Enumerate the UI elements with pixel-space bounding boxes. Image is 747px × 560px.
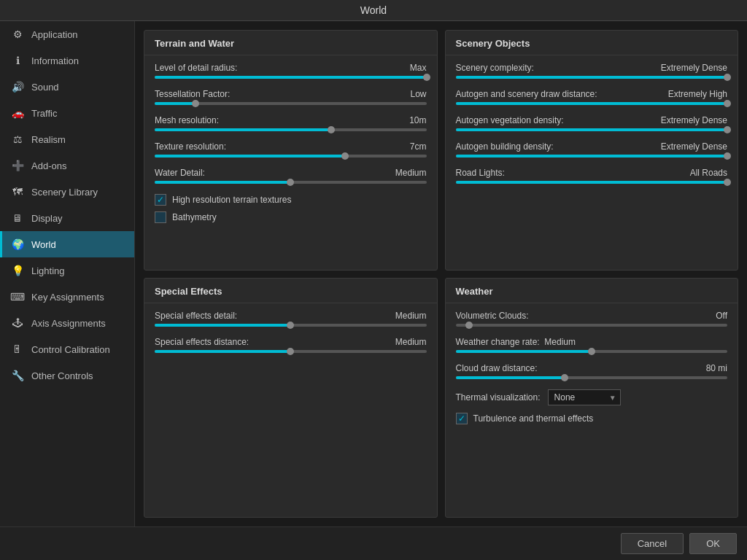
sidebar-item-addons[interactable]: ➕ Add-ons xyxy=(0,152,134,179)
sidebar-label-traffic: Traffic xyxy=(31,108,57,119)
setting-label-row: Volumetric Clouds:Off xyxy=(456,311,728,321)
weather-panel-body: Volumetric Clouds:Off Weather change rat… xyxy=(446,303,738,518)
slider-thumb[interactable] xyxy=(724,152,731,160)
checkbox-row[interactable]: High resolution terrain textures xyxy=(155,194,427,206)
sidebar-item-sound[interactable]: 🔊 Sound xyxy=(0,74,134,100)
turbulence-checkbox[interactable] xyxy=(456,413,468,424)
sidebar-item-display[interactable]: 🖥 Display xyxy=(0,205,134,231)
checkbox-label: Bathymetry xyxy=(172,212,217,222)
display-icon: 🖥 xyxy=(11,211,24,225)
slider-track[interactable] xyxy=(456,181,728,184)
slider-track[interactable] xyxy=(155,181,427,184)
setting-row: Scenery complexity:Extremely Dense xyxy=(456,63,728,79)
setting-label: Water Detail: xyxy=(155,168,205,178)
setting-label: Mesh resolution: xyxy=(155,115,219,125)
sidebar-item-scenery-library[interactable]: 🗺 Scenery Library xyxy=(0,179,134,205)
slider-thumb[interactable] xyxy=(561,374,568,381)
setting-label-row: Scenery complexity:Extremely Dense xyxy=(456,63,728,73)
slider-track[interactable] xyxy=(456,155,728,158)
slider-track[interactable] xyxy=(155,76,427,79)
slider-thumb[interactable] xyxy=(328,126,335,133)
turbulence-checkbox-row[interactable]: Turbulence and thermal effects xyxy=(456,413,728,424)
sidebar-item-other-controls[interactable]: 🔧 Other Controls xyxy=(0,362,134,389)
setting-label-row: Level of detail radius:Max xyxy=(155,63,427,73)
cancel-button[interactable]: Cancel xyxy=(621,533,684,554)
setting-label: Autogen and scenery draw distance: xyxy=(456,89,597,99)
checkbox-box[interactable] xyxy=(155,211,166,223)
slider-track[interactable] xyxy=(456,76,728,79)
terrain-panel-body: Level of detail radius:MaxTessellation F… xyxy=(144,55,437,270)
setting-value: Low xyxy=(410,89,426,99)
setting-row: Autogen and scenery draw distance:Extrem… xyxy=(456,89,728,105)
application-icon: ⚙ xyxy=(11,28,24,41)
slider-track[interactable] xyxy=(456,324,728,327)
setting-label-row: Texture resolution:7cm xyxy=(155,141,427,152)
slider-fill xyxy=(456,181,728,184)
setting-value: Extremely Dense xyxy=(661,63,727,73)
effects-panel-title: Special Effects xyxy=(144,279,437,303)
setting-value: Off xyxy=(716,311,727,321)
setting-label: Volumetric Clouds: xyxy=(456,311,529,321)
slider-track[interactable] xyxy=(155,350,427,353)
slider-thumb[interactable] xyxy=(287,322,294,329)
sidebar-item-axis-assignments[interactable]: 🕹 Axis Assignments xyxy=(0,310,134,336)
checkbox-label: High resolution terrain textures xyxy=(172,195,291,205)
thermal-dropdown[interactable]: None xyxy=(548,389,621,405)
sidebar-label-information: Information xyxy=(31,55,79,66)
slider-track[interactable] xyxy=(456,376,728,379)
slider-track[interactable] xyxy=(155,324,427,327)
control-calibration-icon: 🎚 xyxy=(11,343,24,356)
slider-fill xyxy=(155,181,290,184)
slider-thumb[interactable] xyxy=(287,348,294,355)
setting-row: Special effects detail:Medium xyxy=(155,311,427,327)
key-assignments-icon: ⌨ xyxy=(11,290,24,303)
change-rate-fill xyxy=(456,350,592,353)
ok-button[interactable]: OK xyxy=(689,533,737,554)
setting-row: Road Lights:All Roads xyxy=(456,168,728,184)
setting-label-row: Tessellation Factor:Low xyxy=(155,89,427,99)
slider-track[interactable] xyxy=(456,128,728,131)
effects-panel: Special Effects Special effects detail:M… xyxy=(144,278,438,518)
slider-thumb[interactable] xyxy=(724,74,731,81)
setting-value: Max xyxy=(410,63,427,73)
sidebar-item-information[interactable]: ℹ Information xyxy=(0,47,134,74)
weather-change-rate-row: Weather change rate: Medium xyxy=(456,337,728,353)
slider-thumb[interactable] xyxy=(423,74,430,81)
sidebar-label-scenery-library: Scenery Library xyxy=(31,187,98,198)
addons-icon: ➕ xyxy=(11,159,24,172)
slider-thumb[interactable] xyxy=(724,179,731,186)
change-rate-slider-track[interactable] xyxy=(456,350,728,353)
sidebar-item-control-calibration[interactable]: 🎚 Control Calibration xyxy=(0,336,134,362)
change-rate-thumb[interactable] xyxy=(588,348,595,355)
slider-thumb[interactable] xyxy=(724,126,731,133)
slider-thumb[interactable] xyxy=(724,100,731,107)
slider-thumb[interactable] xyxy=(192,100,199,107)
slider-thumb[interactable] xyxy=(341,152,349,160)
window-title: World xyxy=(360,4,387,16)
checkbox-box[interactable] xyxy=(155,194,166,206)
slider-track[interactable] xyxy=(456,102,728,105)
bottom-bar: Cancel OK xyxy=(0,526,747,560)
sidebar-label-axis-assignments: Axis Assignments xyxy=(31,318,106,329)
sidebar-item-world[interactable]: 🌍 World xyxy=(0,231,134,257)
sidebar-label-other-controls: Other Controls xyxy=(31,370,93,381)
slider-fill xyxy=(155,128,331,131)
slider-track[interactable] xyxy=(155,102,427,105)
thermal-label: Thermal visualization: xyxy=(456,392,541,402)
slider-fill xyxy=(155,350,290,353)
sidebar-label-realism: Realism xyxy=(31,134,66,145)
slider-track[interactable] xyxy=(155,155,427,158)
sidebar-item-application[interactable]: ⚙ Application xyxy=(0,21,134,47)
setting-value: 80 mi xyxy=(706,363,727,373)
sidebar-item-realism[interactable]: ⚖ Realism xyxy=(0,126,134,152)
slider-track[interactable] xyxy=(155,128,427,131)
sidebar-label-addons: Add-ons xyxy=(31,160,66,171)
sidebar-item-traffic[interactable]: 🚗 Traffic xyxy=(0,100,134,126)
slider-thumb[interactable] xyxy=(465,322,473,329)
sidebar-label-display: Display xyxy=(31,213,63,224)
slider-thumb[interactable] xyxy=(287,179,294,186)
checkbox-row[interactable]: Bathymetry xyxy=(155,211,427,223)
setting-label-row: Autogen building density:Extremely Dense xyxy=(456,141,728,152)
sidebar-item-lighting[interactable]: 💡 Lighting xyxy=(0,257,134,284)
sidebar-item-key-assignments[interactable]: ⌨ Key Assignments xyxy=(0,284,134,310)
